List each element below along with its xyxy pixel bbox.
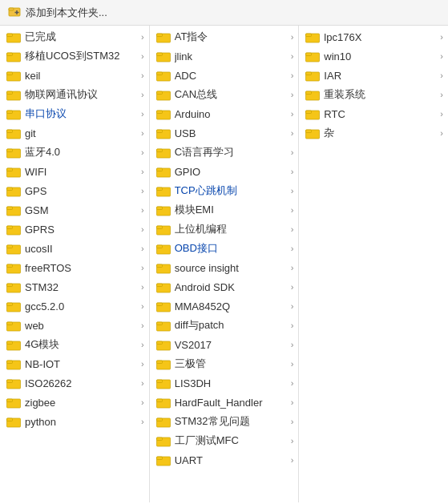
folder-label: USB bbox=[175, 127, 288, 139]
svg-rect-51 bbox=[156, 72, 162, 75]
list-item[interactable]: RTC› bbox=[299, 104, 448, 123]
list-item[interactable]: git› bbox=[0, 123, 149, 143]
folder-label: web bbox=[25, 320, 138, 332]
list-item[interactable]: source insight› bbox=[150, 258, 299, 277]
list-item[interactable]: C语言再学习› bbox=[150, 143, 299, 162]
list-item[interactable]: freeRTOS› bbox=[0, 258, 149, 277]
chevron-right-icon: › bbox=[141, 71, 144, 80]
chevron-right-icon: › bbox=[291, 340, 294, 349]
list-item[interactable]: 上位机编程› bbox=[150, 220, 299, 239]
folder-icon bbox=[6, 300, 21, 312]
list-item[interactable]: 工厂测试MFC› bbox=[150, 431, 299, 450]
folder-label: TCP心跳机制 bbox=[175, 183, 288, 198]
folder-icon bbox=[156, 454, 171, 466]
list-item[interactable]: zigbee› bbox=[0, 393, 149, 412]
folder-icon bbox=[156, 377, 171, 389]
folder-icon bbox=[156, 300, 171, 312]
list-item[interactable]: 串口协议› bbox=[0, 104, 149, 123]
svg-rect-71 bbox=[156, 264, 162, 268]
folder-icon bbox=[6, 204, 21, 216]
list-item[interactable]: lpc176X› bbox=[299, 27, 448, 46]
list-item[interactable]: 杂› bbox=[299, 123, 448, 143]
list-item[interactable]: OBD接口› bbox=[150, 239, 299, 258]
list-item[interactable]: GPIO› bbox=[150, 162, 299, 181]
list-item[interactable]: diff与patch› bbox=[150, 316, 299, 335]
chevron-right-icon: › bbox=[291, 378, 294, 388]
list-item[interactable]: MMA8452Q› bbox=[150, 296, 299, 316]
folder-label: keil bbox=[25, 70, 138, 82]
folder-label: STM32 bbox=[25, 281, 138, 293]
svg-rect-63 bbox=[156, 187, 162, 191]
list-item[interactable]: GSM› bbox=[0, 200, 149, 220]
list-item[interactable]: HardFault_Handler› bbox=[150, 393, 299, 412]
folder-label: 重装系统 bbox=[324, 87, 437, 102]
list-item[interactable]: UART› bbox=[150, 450, 299, 470]
list-item[interactable]: AT指令› bbox=[150, 27, 299, 46]
list-item[interactable]: GPS› bbox=[0, 181, 149, 200]
svg-rect-53 bbox=[156, 91, 162, 95]
list-item[interactable]: gcc5.2.0› bbox=[0, 296, 149, 316]
folder-label: 串口协议 bbox=[25, 107, 138, 121]
folder-icon bbox=[6, 88, 21, 101]
list-item[interactable]: ADC› bbox=[150, 66, 299, 85]
list-item[interactable]: USB› bbox=[150, 123, 299, 143]
chevron-right-icon: › bbox=[141, 244, 144, 253]
list-item[interactable]: 4G模块› bbox=[0, 335, 149, 354]
list-item[interactable]: ucosII› bbox=[0, 239, 149, 258]
list-item[interactable]: 移植UCOS到STM32› bbox=[0, 46, 149, 66]
folder-icon bbox=[6, 357, 21, 370]
svg-rect-11 bbox=[7, 91, 13, 95]
list-item[interactable]: 三极管› bbox=[150, 354, 299, 373]
list-item[interactable]: 重装系统› bbox=[299, 85, 448, 104]
chevron-right-icon: › bbox=[440, 51, 443, 61]
chevron-right-icon: › bbox=[141, 32, 144, 42]
folder-icon bbox=[305, 127, 320, 139]
list-item[interactable]: web› bbox=[0, 316, 149, 335]
folder-icon bbox=[6, 223, 21, 236]
folder-label: freeRTOS bbox=[25, 262, 138, 274]
folder-label: ADC bbox=[175, 70, 288, 82]
chevron-right-icon: › bbox=[291, 417, 294, 426]
list-item[interactable]: IAR› bbox=[299, 66, 448, 85]
list-item[interactable]: VS2017› bbox=[150, 335, 299, 354]
list-item[interactable]: NB-IOT› bbox=[0, 354, 149, 373]
svg-rect-61 bbox=[156, 168, 162, 171]
list-item[interactable]: STM32› bbox=[0, 277, 149, 296]
list-item[interactable]: win10› bbox=[299, 46, 448, 66]
chevron-right-icon: › bbox=[291, 205, 294, 215]
chevron-right-icon: › bbox=[291, 224, 294, 234]
list-item[interactable]: 蓝牙4.0› bbox=[0, 143, 149, 162]
folder-label: MMA8452Q bbox=[175, 300, 288, 312]
list-item[interactable]: Android SDK› bbox=[150, 277, 299, 296]
folder-icon bbox=[6, 69, 21, 82]
chevron-right-icon: › bbox=[291, 109, 294, 119]
list-item[interactable]: python› bbox=[0, 412, 149, 431]
list-item[interactable]: 物联网通讯协议› bbox=[0, 85, 149, 104]
folder-label: NB-IOT bbox=[25, 358, 138, 370]
list-item[interactable]: Arduino› bbox=[150, 104, 299, 123]
folder-label: GPRS bbox=[25, 224, 138, 236]
list-item[interactable]: keil› bbox=[0, 66, 149, 85]
list-item[interactable]: jlink› bbox=[150, 46, 299, 66]
chevron-right-icon: › bbox=[291, 301, 294, 311]
list-item[interactable]: TCP心跳机制› bbox=[150, 181, 299, 200]
folder-icon bbox=[6, 319, 21, 332]
folder-icon bbox=[156, 261, 171, 274]
list-item[interactable]: STM32常见问题› bbox=[150, 412, 299, 431]
svg-rect-9 bbox=[7, 72, 13, 75]
list-item[interactable]: CAN总线› bbox=[150, 85, 299, 104]
list-item[interactable]: LIS3DH› bbox=[150, 373, 299, 393]
folder-add-icon bbox=[8, 5, 21, 20]
list-item[interactable]: 已完成› bbox=[0, 27, 149, 46]
svg-rect-29 bbox=[7, 264, 13, 268]
folder-icon bbox=[6, 50, 21, 62]
list-item[interactable]: WIFI› bbox=[0, 162, 149, 181]
svg-rect-87 bbox=[156, 418, 162, 421]
folder-label: RTC bbox=[324, 108, 437, 120]
svg-rect-15 bbox=[7, 130, 13, 133]
svg-rect-101 bbox=[306, 111, 312, 114]
top-bar[interactable]: 添加到本文件夹... bbox=[0, 0, 448, 26]
list-item[interactable]: ISO26262› bbox=[0, 373, 149, 393]
list-item[interactable]: 模块EMI› bbox=[150, 200, 299, 220]
list-item[interactable]: GPRS› bbox=[0, 220, 149, 239]
